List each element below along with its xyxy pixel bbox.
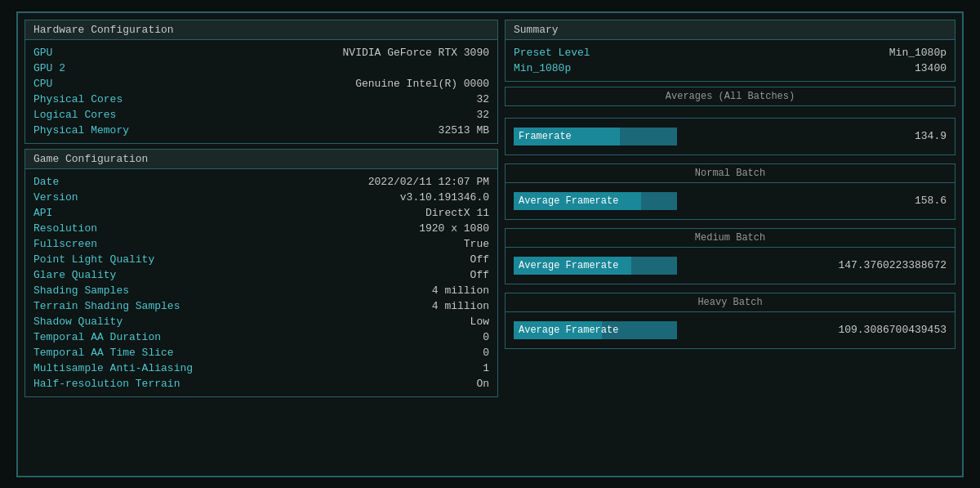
- api-value: DirectX 11: [425, 207, 489, 219]
- heavy-batch-section: Heavy Batch Average Framerate 109.308670…: [505, 293, 956, 349]
- multisample-aa-label: Multisample Anti-Aliasing: [33, 362, 193, 374]
- glare-quality-row: Glare Quality Off: [33, 267, 489, 283]
- logical-cores-label: Logical Cores: [33, 109, 116, 121]
- physical-cores-row: Physical Cores 32: [33, 92, 489, 107]
- multisample-aa-value: 1: [483, 362, 489, 374]
- gpu-label: GPU: [33, 47, 52, 59]
- fullscreen-row: Fullscreen True: [33, 236, 489, 252]
- gpu2-label: GPU 2: [33, 62, 65, 74]
- heavy-bar-container: Average Framerate: [514, 321, 677, 339]
- gpu-row: GPU NVIDIA GeForce RTX 3090: [33, 45, 489, 60]
- min-1080p-row: Min_1080p 13400: [514, 60, 947, 76]
- point-light-quality-label: Point Light Quality: [33, 253, 154, 266]
- preset-level-row: Preset Level Min_1080p: [514, 45, 947, 60]
- cpu-value: Genuine Intel(R) 0000: [355, 78, 489, 90]
- physical-memory-value: 32513 MB: [439, 124, 489, 137]
- framerate-metric-row: Framerate 134.9: [514, 125, 947, 148]
- api-row: API DirectX 11: [33, 205, 489, 221]
- medium-framerate-value: 147.3760223388672: [816, 259, 947, 271]
- resolution-label: Resolution: [33, 222, 97, 235]
- framerate-value: 134.9: [816, 130, 947, 142]
- version-label: Version: [33, 191, 78, 204]
- physical-memory-label: Physical Memory: [33, 124, 129, 137]
- preset-level-label: Preset Level: [514, 47, 590, 59]
- left-panel: Hardware Configuration GPU NVIDIA GeForc…: [24, 20, 498, 469]
- temporal-aa-time-slice-label: Temporal AA Time Slice: [33, 347, 174, 359]
- temporal-aa-time-slice-row: Temporal AA Time Slice 0: [33, 345, 489, 360]
- normal-bar: Average Framerate: [514, 192, 641, 210]
- version-row: Version v3.10.191346.0: [33, 190, 489, 205]
- heavy-framerate-row: Average Framerate 109.3086700439453: [514, 319, 947, 342]
- normal-batch-section: Normal Batch Average Framerate 158.6: [505, 163, 956, 220]
- shadow-quality-row: Shadow Quality Low: [33, 314, 489, 329]
- half-res-terrain-value: On: [476, 378, 489, 390]
- averages-batch-content: Framerate 134.9: [506, 119, 955, 154]
- summary-header: Summary: [506, 20, 955, 40]
- heavy-bar-label: Average Framerate: [519, 325, 618, 336]
- physical-cores-label: Physical Cores: [33, 93, 122, 105]
- medium-batch-header: Medium Batch: [506, 229, 955, 248]
- point-light-quality-row: Point Light Quality Off: [33, 252, 489, 267]
- min-1080p-value: 13400: [915, 62, 947, 74]
- cpu-row: CPU Genuine Intel(R) 0000: [33, 76, 489, 92]
- terrain-shading-samples-label: Terrain Shading Samples: [33, 300, 180, 312]
- glare-quality-value: Off: [470, 269, 489, 281]
- date-row: Date 2022/02/11 12:07 PM: [33, 174, 489, 190]
- multisample-aa-row: Multisample Anti-Aliasing 1: [33, 360, 489, 376]
- logical-cores-row: Logical Cores 32: [33, 107, 489, 123]
- framerate-bar-container: Framerate: [514, 128, 677, 146]
- right-panel: Summary Preset Level Min_1080p Min_1080p…: [505, 20, 956, 469]
- min-1080p-label: Min_1080p: [514, 62, 571, 74]
- normal-framerate-value: 158.6: [816, 195, 947, 207]
- game-header: Game Configuration: [25, 150, 497, 169]
- medium-batch-section: Medium Batch Average Framerate 147.37602…: [505, 228, 956, 284]
- physical-cores-value: 32: [476, 93, 489, 105]
- temporal-aa-duration-label: Temporal AA Duration: [33, 331, 161, 343]
- medium-batch-content: Average Framerate 147.3760223388672: [506, 248, 955, 284]
- summary-section: Summary Preset Level Min_1080p Min_1080p…: [505, 20, 956, 82]
- shadow-quality-label: Shadow Quality: [33, 316, 122, 328]
- gpu-value: NVIDIA GeForce RTX 3090: [343, 47, 489, 59]
- main-container: Hardware Configuration GPU NVIDIA GeForc…: [16, 11, 964, 477]
- fullscreen-label: Fullscreen: [33, 238, 97, 250]
- glare-quality-label: Glare Quality: [33, 269, 116, 281]
- hardware-section: Hardware Configuration GPU NVIDIA GeForc…: [24, 20, 498, 144]
- half-res-terrain-label: Half-resolution Terrain: [33, 378, 180, 390]
- heavy-bar: Average Framerate: [514, 321, 602, 339]
- preset-level-value: Min_1080p: [889, 47, 947, 59]
- framerate-bar-label: Framerate: [519, 131, 572, 142]
- temporal-aa-duration-value: 0: [483, 331, 489, 343]
- averages-header: Averages (All Batches): [505, 87, 956, 106]
- hardware-header: Hardware Configuration: [25, 20, 497, 40]
- summary-content: Preset Level Min_1080p Min_1080p 13400: [506, 40, 955, 81]
- half-res-terrain-row: Half-resolution Terrain On: [33, 376, 489, 392]
- shadow-quality-value: Low: [470, 316, 489, 328]
- temporal-aa-time-slice-value: 0: [483, 347, 489, 359]
- heavy-batch-content: Average Framerate 109.3086700439453: [506, 312, 955, 348]
- api-label: API: [33, 207, 52, 219]
- version-value: v3.10.191346.0: [400, 191, 489, 204]
- medium-bar: Average Framerate: [514, 257, 631, 275]
- fullscreen-value: True: [464, 238, 489, 250]
- normal-framerate-row: Average Framerate 158.6: [514, 190, 947, 213]
- medium-framerate-row: Average Framerate 147.3760223388672: [514, 254, 947, 277]
- terrain-shading-samples-value: 4 million: [432, 300, 489, 312]
- resolution-value: 1920 x 1080: [419, 222, 489, 235]
- game-section: Game Configuration Date 2022/02/11 12:07…: [24, 149, 498, 397]
- heavy-framerate-value: 109.3086700439453: [816, 324, 947, 336]
- gpu2-row: GPU 2: [33, 60, 489, 76]
- point-light-quality-value: Off: [470, 253, 489, 266]
- date-value: 2022/02/11 12:07 PM: [368, 176, 489, 188]
- physical-memory-row: Physical Memory 32513 MB: [33, 123, 489, 138]
- normal-batch-content: Average Framerate 158.6: [506, 183, 955, 219]
- shading-samples-value: 4 million: [432, 284, 489, 297]
- shading-samples-label: Shading Samples: [33, 284, 129, 297]
- cpu-label: CPU: [33, 78, 52, 90]
- date-label: Date: [33, 176, 59, 188]
- heavy-batch-header: Heavy Batch: [506, 293, 955, 312]
- medium-bar-label: Average Framerate: [519, 260, 618, 271]
- averages-batch-section: Framerate 134.9: [505, 118, 956, 155]
- normal-batch-header: Normal Batch: [506, 164, 955, 183]
- normal-bar-container: Average Framerate: [514, 192, 677, 210]
- medium-bar-container: Average Framerate: [514, 257, 677, 275]
